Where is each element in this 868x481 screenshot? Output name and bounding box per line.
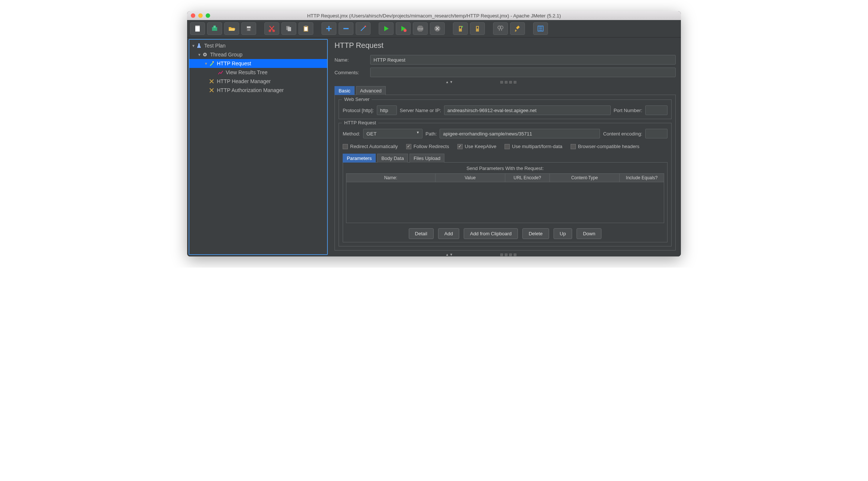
copy-button[interactable] — [281, 22, 296, 35]
svg-rect-12 — [304, 27, 307, 31]
http-request-fieldset: HTTP Request Method: GET Path: Content e… — [339, 123, 672, 246]
titlebar: HTTP Request.jmx (/Users/ahirsch/Dev/pro… — [187, 11, 681, 20]
follow-redirects-checkbox[interactable]: ✓Follow Redirects — [406, 144, 449, 149]
remove-button[interactable] — [339, 22, 353, 35]
chevron-down-icon: ▼ — [204, 62, 209, 66]
server-input[interactable] — [444, 105, 611, 115]
tree-panel[interactable]: ▼ Test Plan ▼ Thread Group ▼ HTTP Reques… — [189, 39, 328, 255]
encoding-input[interactable] — [645, 129, 668, 138]
param-table: Name: Value URL Encode? Content-Type Inc… — [346, 173, 664, 182]
broom-button[interactable] — [510, 22, 525, 35]
tab-parameters[interactable]: Parameters — [343, 154, 376, 163]
close-window-button[interactable] — [191, 13, 195, 18]
comments-input[interactable] — [370, 68, 676, 77]
svg-rect-1 — [195, 26, 200, 27]
web-server-legend: Web Server — [342, 96, 372, 102]
editor-panel: HTTP Request Name: Comments: ▲▼▨▨▨▨ Basi… — [329, 37, 681, 256]
tree-node-header-mgr[interactable]: HTTP Header Manager — [189, 77, 327, 86]
shutdown-button[interactable] — [430, 22, 445, 35]
app-window: HTTP Request.jmx (/Users/ahirsch/Dev/pro… — [187, 11, 681, 256]
port-label: Port Number: — [614, 108, 642, 113]
protocol-input[interactable] — [377, 105, 397, 115]
paste-button[interactable] — [298, 22, 313, 35]
browser-compat-checkbox[interactable]: Browser-compatible headers — [571, 144, 639, 149]
tree-label: HTTP Authorization Manager — [217, 87, 284, 93]
tree-node-test-plan[interactable]: ▼ Test Plan — [189, 41, 327, 50]
wrench-icon — [209, 87, 215, 93]
path-label: Path: — [425, 131, 437, 137]
col-value[interactable]: Value — [435, 174, 505, 182]
add-param-button[interactable]: Add — [438, 228, 459, 239]
page-title: HTTP Request — [335, 41, 676, 50]
tree-label: HTTP Request — [217, 60, 251, 66]
svg-point-26 — [212, 61, 214, 63]
method-select[interactable]: GET — [363, 129, 422, 138]
param-table-title: Send Parameters With the Request: — [346, 166, 664, 171]
http-request-legend: HTTP Request — [342, 120, 378, 125]
name-input[interactable] — [370, 55, 676, 65]
svg-text:STOP: STOP — [417, 28, 423, 30]
svg-rect-6 — [247, 29, 250, 31]
templates-button[interactable] — [207, 22, 222, 35]
chevron-down-icon: ▼ — [198, 53, 202, 57]
param-buttons: Detail Add Add from Clipboard Delete Up … — [346, 228, 664, 239]
minimize-window-button[interactable] — [198, 13, 203, 18]
wand-button[interactable] — [356, 22, 371, 35]
divider-grip-bottom[interactable]: ▲▼▨▨▨▨ — [335, 253, 676, 256]
window-controls — [191, 13, 210, 18]
col-ctype[interactable]: Content-Type — [549, 174, 619, 182]
flask-icon — [196, 43, 202, 49]
col-name[interactable]: Name: — [346, 174, 435, 182]
tab-basic[interactable]: Basic — [335, 86, 355, 95]
path-input[interactable] — [440, 129, 600, 138]
toggle-button[interactable] — [533, 22, 548, 35]
add-button[interactable] — [322, 22, 336, 35]
tab-files-upload[interactable]: Files Upload — [409, 154, 444, 163]
down-button[interactable]: Down — [577, 228, 601, 239]
tab-body-data[interactable]: Body Data — [377, 154, 408, 163]
name-label: Name: — [335, 57, 370, 63]
svg-rect-3 — [213, 26, 216, 28]
port-input[interactable] — [645, 105, 668, 115]
gear-icon — [202, 52, 208, 58]
tree-label: HTTP Header Manager — [217, 78, 271, 84]
tree-node-thread-group[interactable]: ▼ Thread Group — [189, 50, 327, 59]
tree-label: Thread Group — [210, 52, 242, 58]
param-table-body[interactable] — [346, 182, 664, 223]
window-title: HTTP Request.jmx (/Users/ahirsch/Dev/pro… — [187, 13, 681, 19]
web-server-fieldset: Web Server Protocol [http]: Server Name … — [339, 99, 672, 119]
main-split: ▼ Test Plan ▼ Thread Group ▼ HTTP Reques… — [187, 37, 681, 256]
tree-node-auth-mgr[interactable]: HTTP Authorization Manager — [189, 86, 327, 95]
method-label: Method: — [343, 131, 360, 137]
detail-button[interactable]: Detail — [409, 228, 434, 239]
add-clipboard-button[interactable]: Add from Clipboard — [464, 228, 518, 239]
save-button[interactable] — [241, 22, 256, 35]
server-label: Server Name or IP: — [400, 108, 441, 113]
zoom-window-button[interactable] — [206, 13, 210, 18]
svg-rect-20 — [476, 29, 479, 32]
divider-grip[interactable]: ▲▼▨▨▨▨ — [335, 80, 676, 84]
new-button[interactable] — [190, 22, 205, 35]
col-urlenc[interactable]: URL Encode? — [505, 174, 549, 182]
multipart-checkbox[interactable]: Use multipart/form-data — [505, 144, 562, 149]
redirect-auto-checkbox[interactable]: Redirect Automatically — [343, 144, 398, 149]
col-inceq[interactable]: Include Equals? — [620, 174, 664, 182]
up-button[interactable]: Up — [554, 228, 572, 239]
tree-node-http-request[interactable]: ▼ HTTP Request — [189, 59, 327, 68]
delete-button[interactable]: Delete — [522, 228, 549, 239]
tree-node-view-results[interactable]: View Results Tree — [189, 68, 327, 77]
svg-rect-18 — [459, 29, 462, 32]
toolbar: STOP — [187, 20, 681, 37]
clear-all-button[interactable] — [470, 22, 485, 35]
clear-button[interactable] — [453, 22, 468, 35]
search-button[interactable] — [493, 22, 508, 35]
cut-button[interactable] — [264, 22, 279, 35]
tab-advanced[interactable]: Advanced — [356, 86, 386, 95]
svg-rect-13 — [305, 26, 307, 27]
start-notimers-button[interactable] — [396, 22, 411, 35]
open-button[interactable] — [224, 22, 239, 35]
stop-button[interactable]: STOP — [413, 22, 428, 35]
chevron-down-icon: ▼ — [192, 44, 196, 48]
keepalive-checkbox[interactable]: ✓Use KeepAlive — [457, 144, 496, 149]
start-button[interactable] — [379, 22, 394, 35]
